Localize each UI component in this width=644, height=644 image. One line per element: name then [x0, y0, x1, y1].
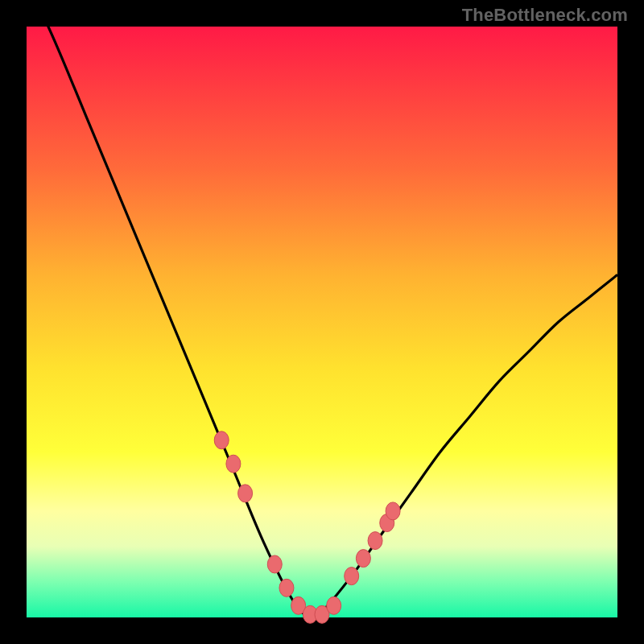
- curve-markers: [214, 431, 400, 624]
- curve-marker: [238, 485, 253, 502]
- bottleneck-curve: [27, 0, 617, 618]
- curve-marker: [267, 555, 282, 573]
- plot-area: [27, 27, 617, 617]
- watermark-text: TheBottleneck.com: [462, 5, 628, 26]
- curve-marker: [214, 431, 229, 449]
- curve-marker: [368, 532, 382, 550]
- curve-marker: [356, 550, 370, 568]
- curve-marker: [226, 455, 241, 473]
- curve-marker: [279, 579, 294, 597]
- curve-marker: [327, 597, 341, 614]
- curve-svg: [27, 27, 617, 617]
- chart-frame: TheBottleneck.com: [0, 0, 644, 644]
- curve-marker: [345, 568, 359, 585]
- curve-marker: [386, 502, 400, 520]
